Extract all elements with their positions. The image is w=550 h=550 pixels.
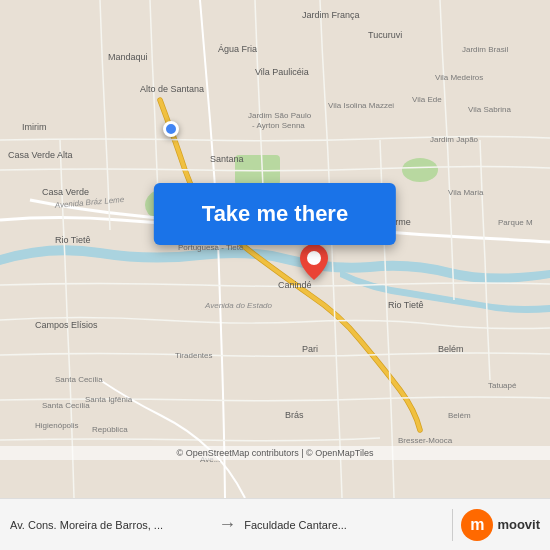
- svg-text:Jardim França: Jardim França: [302, 10, 360, 20]
- svg-text:Jardim Japão: Jardim Japão: [430, 135, 479, 144]
- svg-text:Pari: Pari: [302, 344, 318, 354]
- svg-text:Campos Elísios: Campos Elísios: [35, 320, 98, 330]
- svg-text:Santa Igfênia: Santa Igfênia: [85, 395, 133, 404]
- svg-text:Santa Cecília: Santa Cecília: [55, 375, 103, 384]
- svg-text:Brás: Brás: [285, 410, 304, 420]
- destination-label: Faculdade Cantare...: [244, 519, 444, 531]
- svg-text:Vila Ede: Vila Ede: [412, 95, 442, 104]
- arrow-icon: →: [218, 514, 236, 535]
- svg-text:Imirim: Imirim: [22, 122, 47, 132]
- svg-text:Bresser-Mooca: Bresser-Mooca: [398, 436, 453, 445]
- take-me-there-button[interactable]: Take me there: [154, 183, 396, 245]
- svg-text:Vila Isolina Mazzei: Vila Isolina Mazzei: [328, 101, 394, 110]
- svg-text:Casa Verde Alta: Casa Verde Alta: [8, 150, 73, 160]
- svg-text:Vila Sabrina: Vila Sabrina: [468, 105, 512, 114]
- svg-text:Belém: Belém: [438, 344, 464, 354]
- svg-text:Rio Tietê: Rio Tietê: [388, 300, 424, 310]
- svg-text:Rio Tietê: Rio Tietê: [55, 235, 91, 245]
- svg-point-3: [402, 158, 438, 182]
- destination-marker: [300, 244, 328, 284]
- bottom-bar: Av. Cons. Moreira de Barros, ... → Facul…: [0, 498, 550, 550]
- svg-text:Tiradentes: Tiradentes: [175, 351, 213, 360]
- svg-text:Jardim Brasil: Jardim Brasil: [462, 45, 508, 54]
- map-attribution: © OpenStreetMap contributors | © OpenMap…: [0, 446, 550, 460]
- svg-text:Jardim São Paulo: Jardim São Paulo: [248, 111, 312, 120]
- svg-text:Vila Paulicéia: Vila Paulicéia: [255, 67, 309, 77]
- svg-text:Vila Maria: Vila Maria: [448, 188, 484, 197]
- map-container: Imirim Mandaqui Água Fria Tucuruvi Jardi…: [0, 0, 550, 498]
- map-svg: Imirim Mandaqui Água Fria Tucuruvi Jardi…: [0, 0, 550, 498]
- svg-text:Mandaqui: Mandaqui: [108, 52, 148, 62]
- origin-label: Av. Cons. Moreira de Barros, ...: [10, 519, 210, 531]
- svg-text:Santa Cecília: Santa Cecília: [42, 401, 90, 410]
- moovit-logo: m moovit: [461, 509, 540, 541]
- svg-text:Água Fria: Água Fria: [218, 44, 257, 54]
- origin-marker: [163, 121, 179, 137]
- moovit-icon: m: [461, 509, 493, 541]
- svg-text:Alto de Santana: Alto de Santana: [140, 84, 204, 94]
- svg-text:Tatuapé: Tatuapé: [488, 381, 517, 390]
- svg-text:Casa Verde: Casa Verde: [42, 187, 89, 197]
- svg-text:Parque M: Parque M: [498, 218, 533, 227]
- vertical-divider: [452, 509, 453, 541]
- svg-text:Avenida do Estado: Avenida do Estado: [204, 301, 273, 310]
- destination-location: Faculdade Cantare...: [244, 519, 444, 531]
- origin-location: Av. Cons. Moreira de Barros, ...: [10, 519, 210, 531]
- svg-text:República: República: [92, 425, 128, 434]
- svg-text:Vila Medeiros: Vila Medeiros: [435, 73, 483, 82]
- svg-text:- Ayrton Senna: - Ayrton Senna: [252, 121, 305, 130]
- svg-point-45: [307, 251, 321, 265]
- svg-text:Higienópolis: Higienópolis: [35, 421, 79, 430]
- app: Imirim Mandaqui Água Fria Tucuruvi Jardi…: [0, 0, 550, 550]
- svg-text:Santana: Santana: [210, 154, 244, 164]
- moovit-brand-text: moovit: [497, 517, 540, 532]
- svg-text:Belém: Belém: [448, 411, 471, 420]
- svg-text:Tucuruvi: Tucuruvi: [368, 30, 402, 40]
